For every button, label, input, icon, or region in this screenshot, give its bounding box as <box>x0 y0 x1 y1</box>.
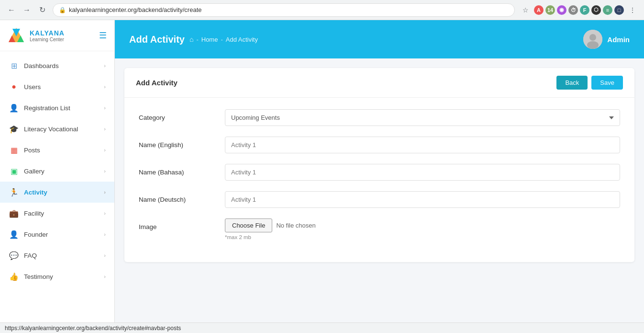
chevron-icon-3: › <box>104 105 106 111</box>
card-actions: Back Save <box>556 76 623 90</box>
address-bar[interactable]: 🔒 kalyanlearningcenter.org/backend/activ… <box>53 3 515 17</box>
name-bahasa-wrapper <box>225 164 620 181</box>
chevron-icon-7: › <box>104 189 106 195</box>
sidebar-label-users: Users <box>24 83 104 91</box>
founder-icon: 👤 <box>9 229 19 240</box>
card-title: Add Activity <box>136 79 178 87</box>
name-deutsch-input[interactable] <box>225 191 620 208</box>
image-row: Image Choose File No file chosen *max <box>139 218 620 240</box>
name-english-label: Name (English) <box>139 137 215 149</box>
url-text: kalyanlearningcenter.org/backend/activit… <box>69 6 202 13</box>
name-english-input[interactable] <box>225 137 620 153</box>
sidebar-label-faq: FAQ <box>24 252 104 259</box>
sidebar-label-activity: Activity <box>24 189 104 196</box>
main-content: Add Activity Back Save Category U <box>115 58 644 322</box>
category-row: Category Upcoming Events Activity News <box>139 109 620 126</box>
name-bahasa-input[interactable] <box>225 164 620 181</box>
sidebar: KALYANA Learning Center ☰ ⊞ Dashboards ›… <box>0 20 115 322</box>
sidebar-item-gallery[interactable]: ▣ Gallery › <box>0 161 114 182</box>
sidebar-item-faq[interactable]: 💬 FAQ › <box>0 245 114 266</box>
chevron-icon: › <box>104 63 106 69</box>
sidebar-item-dashboards[interactable]: ⊞ Dashboards › <box>0 55 114 76</box>
sidebar-label-testimony: Testimony <box>24 273 104 280</box>
save-button[interactable]: Save <box>591 76 623 90</box>
name-deutsch-wrapper <box>225 191 620 208</box>
users-icon: ● <box>9 81 19 92</box>
add-activity-card: Add Activity Back Save Category U <box>124 68 634 262</box>
breadcrumb-sep-1: - <box>196 36 198 43</box>
user-avatar <box>583 30 602 49</box>
content-area: Add Activity Back Save Category U <box>115 58 644 272</box>
name-english-row: Name (English) <box>139 137 620 153</box>
user-name: Admin <box>607 35 630 44</box>
sidebar-item-registration[interactable]: 👤 Registration List › <box>0 97 114 118</box>
lock-icon: 🔒 <box>59 7 66 13</box>
name-english-wrapper <box>225 137 620 153</box>
no-file-text: No file chosen <box>276 222 315 229</box>
chevron-icon-9: › <box>104 231 106 237</box>
breadcrumb: ⌂ - Home - Add Activity <box>189 35 258 43</box>
sidebar-item-facility[interactable]: 💼 Facility › <box>0 203 114 224</box>
sidebar-label-literacy: Literacy Vocational <box>24 126 104 133</box>
sidebar-label-gallery: Gallery <box>24 168 104 175</box>
name-bahasa-row: Name (Bahasa) <box>139 164 620 181</box>
file-input-wrapper: Choose File No file chosen <box>225 218 620 232</box>
sidebar-item-literacy[interactable]: 🎓 Literacy Vocational › <box>0 118 114 139</box>
ext-icon-2: ◉ <box>557 5 566 15</box>
menu-button[interactable]: ⋮ <box>626 3 639 17</box>
ext-icon-5: ⬡ <box>591 5 601 15</box>
top-header: Add Activity ⌂ - Home - Add Activity <box>115 20 644 58</box>
category-select[interactable]: Upcoming Events Activity News <box>225 109 620 126</box>
sidebar-header: KALYANA Learning Center ☰ <box>0 20 114 51</box>
activity-icon: 🏃 <box>9 187 19 197</box>
sidebar-item-activity[interactable]: 🏃 Activity › <box>0 182 114 203</box>
sidebar-item-testimony[interactable]: 👍 Testimony › <box>0 266 114 287</box>
bookmark-button[interactable]: ☆ <box>519 3 532 17</box>
sidebar-item-founder[interactable]: 👤 Founder › <box>0 224 114 245</box>
sidebar-nav: ⊞ Dashboards › ● Users › 👤 Registration … <box>0 51 114 322</box>
user-area: Admin <box>583 30 630 49</box>
breadcrumb-home: Home <box>201 36 218 43</box>
literacy-icon: 🎓 <box>9 124 19 134</box>
category-label: Category <box>139 109 215 121</box>
hamburger-button[interactable]: ☰ <box>99 30 107 41</box>
gallery-icon: ▣ <box>9 166 19 176</box>
sidebar-label-registration: Registration List <box>24 104 104 112</box>
chevron-icon-11: › <box>104 274 106 279</box>
sidebar-item-users[interactable]: ● Users › <box>0 76 114 97</box>
registration-icon: 👤 <box>9 103 19 113</box>
posts-icon: ▦ <box>9 145 19 155</box>
chevron-icon-8: › <box>104 210 106 216</box>
category-wrapper: Upcoming Events Activity News <box>225 109 620 126</box>
status-url: https://kalyanlearningcenter.org/backend… <box>5 325 181 332</box>
name-deutsch-row: Name (Deutsch) <box>139 191 620 208</box>
status-bar: https://kalyanlearningcenter.org/backend… <box>0 322 644 333</box>
ext-icon-4: F <box>580 5 589 15</box>
adblock-icon: A <box>534 5 544 15</box>
ext-icon-1: 14 <box>545 5 555 15</box>
browser-extensions: ☆ A 14 ◉ ⏱ F ⬡ ≡ □ ⋮ <box>519 3 639 17</box>
back-button[interactable]: Back <box>556 76 588 90</box>
page-title: Add Activity <box>129 34 185 45</box>
home-icon: ⌂ <box>189 35 193 43</box>
svg-point-6 <box>587 41 599 49</box>
svg-point-5 <box>589 34 596 41</box>
logo-icon <box>8 27 25 44</box>
logo-text: KALYANA Learning Center <box>30 29 65 42</box>
back-nav-button[interactable]: ← <box>5 3 18 17</box>
testimony-icon: 👍 <box>9 271 19 282</box>
name-bahasa-label: Name (Bahasa) <box>139 164 215 176</box>
sidebar-label-founder: Founder <box>24 231 104 238</box>
choose-file-label: Choose File <box>232 222 265 229</box>
chevron-icon-6: › <box>104 168 106 174</box>
reload-button[interactable]: ↻ <box>35 3 49 17</box>
faq-icon: 💬 <box>9 250 19 261</box>
choose-file-button[interactable]: Choose File <box>225 218 272 232</box>
sidebar-label-dashboards: Dashboards <box>24 62 104 69</box>
browser-nav-buttons: ← → ↻ <box>5 3 49 17</box>
sidebar-item-posts[interactable]: ▦ Posts › <box>0 139 114 161</box>
forward-nav-button[interactable]: → <box>20 3 33 17</box>
app-wrapper: KALYANA Learning Center ☰ ⊞ Dashboards ›… <box>0 20 644 322</box>
name-deutsch-label: Name (Deutsch) <box>139 191 215 203</box>
image-label: Image <box>139 218 215 230</box>
